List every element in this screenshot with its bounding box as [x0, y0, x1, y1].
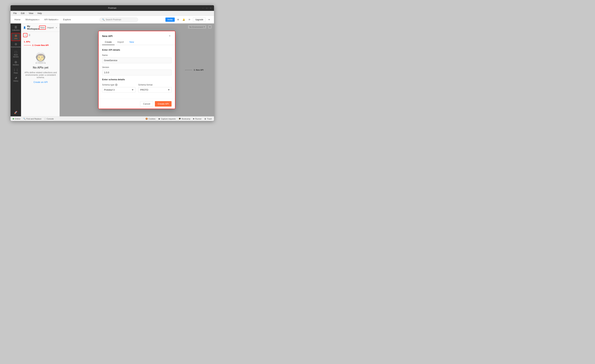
sidebar-item-history[interactable]: ↺ History [11, 76, 20, 83]
sidebar-item-flows[interactable]: ⋮⋮ Flows [11, 68, 20, 75]
menu-file[interactable]: File [13, 12, 17, 15]
status-right: 🍪 Cookies ⏺ Capture requests 🎓 Bootcamp … [145, 118, 212, 120]
name-input[interactable] [102, 57, 171, 63]
sidebar-item-mock-servers[interactable]: ⬚ Mock Servers [11, 50, 20, 59]
bootcamp-button[interactable]: 🎓 Bootcamp [178, 118, 191, 120]
capture-button[interactable]: ⏺ Capture requests [158, 118, 176, 120]
modal-body: Enter API details Name Version Enter sch… [99, 45, 175, 99]
step1-annotation: 1. APIs [24, 41, 57, 43]
sidebar-item-flows-label: Flows [14, 72, 18, 74]
bootcamp-label: Bootcamp [182, 118, 191, 120]
nav-explore[interactable]: Explore [62, 18, 72, 21]
find-replace-button[interactable]: 🔍 Find and Replace [23, 118, 41, 120]
version-input[interactable] [102, 69, 171, 75]
sidebar-item-collections[interactable]: ☰ Collections [11, 25, 20, 32]
sidebar-item-apis[interactable]: ⊞ APIs [11, 33, 20, 41]
no-apis-description: APIs define related collections and envi… [24, 71, 57, 79]
close-button[interactable]: × [209, 7, 212, 9]
step2-annotation: 2. Create New API [32, 44, 49, 46]
modal-overlay: New API × Create Import New Enter API de… [60, 23, 214, 116]
cancel-button[interactable]: Cancel [140, 101, 153, 107]
tab-new[interactable]: New [127, 39, 137, 45]
console-button[interactable]: ⬚ Console [44, 118, 54, 120]
workspace-panel: 👤 My Workspace New Import + ··· + ☰ [21, 23, 60, 116]
version-field-group: Version [102, 66, 171, 75]
list-icon: ☰ [28, 34, 30, 36]
create-api-button[interactable]: Create API [155, 101, 171, 107]
sync-icon[interactable]: ⟳ [187, 18, 191, 22]
import-button[interactable]: Import [46, 26, 54, 29]
online-label: Online [15, 118, 20, 120]
collections-icon: ☰ [14, 26, 17, 29]
schema-type-select[interactable]: Protobuf 3 OpenAPI 3.0 OpenAPI 2.0 Graph… [102, 87, 135, 93]
cookies-icon: 🍪 [145, 118, 148, 120]
minimize-button[interactable]: − [202, 7, 204, 9]
modal-title: New API [102, 34, 113, 37]
notification-icon[interactable]: 🔔 [182, 18, 186, 22]
trash-icon: 🗑 [204, 118, 206, 120]
console-icon: ⬚ [44, 118, 46, 120]
trash-button[interactable]: 🗑 Trash [204, 118, 212, 120]
sidebar-item-rocket[interactable]: 🚀 [11, 110, 20, 115]
capture-label: Capture requests [161, 118, 176, 120]
find-replace-label: Find and Replace [26, 118, 41, 120]
find-replace-icon: 🔍 [23, 118, 26, 120]
sidebar-item-collections-label: Collections [12, 29, 20, 31]
name-field-group: Name [102, 54, 171, 63]
nav-home[interactable]: Home [13, 18, 21, 21]
workspace-name: My Workspace [27, 25, 39, 30]
online-status[interactable]: Online [13, 118, 20, 120]
upgrade-button[interactable]: Upgrade [193, 17, 205, 22]
sidebar-item-apis-label: APIs [14, 38, 17, 40]
chevron-down-icon[interactable]: ▾ [207, 18, 211, 22]
bootcamp-icon: 🎓 [178, 118, 181, 120]
cookies-button[interactable]: 🍪 Cookies [145, 118, 156, 120]
sidebar: ☰ Collections ⊞ APIs ⊙ Environments ⬚ Mo… [11, 23, 21, 116]
modal-close-button[interactable]: × [168, 34, 171, 38]
sidebar-item-environments[interactable]: ⊙ Environments [11, 42, 20, 49]
toolbar: Home Workspaces API Network Explore 🔍 Se… [11, 16, 214, 23]
search-box[interactable]: 🔍 Search Postman [99, 18, 138, 22]
status-bar: Online 🔍 Find and Replace ⬚ Console 🍪 Co… [11, 116, 214, 121]
environments-icon: ⊙ [15, 43, 17, 46]
add-icon[interactable]: + [55, 26, 58, 29]
schema-details-group: Enter schema details Schema type i Proto… [102, 78, 171, 93]
menu-view[interactable]: View [28, 12, 34, 15]
schema-row: Schema type i Protobuf 3 OpenAPI 3.0 Ope… [102, 84, 171, 93]
schema-type-col: Schema type i Protobuf 3 OpenAPI 3.0 Ope… [102, 84, 135, 93]
runner-button[interactable]: ▶ Runner [193, 118, 202, 120]
astronaut-icon: 👨‍🚀 [34, 52, 47, 64]
tab-create[interactable]: Create [102, 39, 114, 45]
title-bar: Postman − □ × [11, 5, 214, 11]
schema-format-select[interactable]: PROTO YAML JSON [138, 87, 171, 93]
modal-tabs: Create Import New [99, 38, 175, 45]
settings-icon[interactable]: ⚙ [176, 18, 180, 22]
workspace-annotation: + ☰ 1. APIs → 2. Create New API 👨 [21, 32, 59, 85]
sidebar-item-monitors[interactable]: ◎ Monitors [11, 60, 20, 67]
menu-help[interactable]: Help [37, 12, 43, 15]
new-api-modal: New API × Create Import New Enter API de… [98, 31, 175, 109]
no-apis-title: No APIs yet [33, 66, 48, 69]
menu-edit[interactable]: Edit [20, 12, 25, 15]
tab-import[interactable]: Import [114, 39, 127, 45]
version-label: Version [102, 66, 171, 69]
apis-icon: ⊞ [15, 34, 17, 37]
plus-icon: + [25, 34, 26, 36]
add-collection-row: + ☰ [23, 33, 57, 37]
create-api-link[interactable]: Create an API [34, 81, 48, 83]
new-button[interactable]: New [39, 26, 46, 30]
modal-header: New API × [99, 31, 175, 38]
workspace-actions: New Import + ··· [39, 26, 62, 30]
annotations-area: 1. APIs → 2. Create New API 👨‍🚀 No APIs … [23, 41, 57, 83]
sidebar-item-mock-servers-label: Mock Servers [12, 54, 20, 58]
history-icon: ↺ [15, 77, 17, 80]
invite-button[interactable]: Invite [165, 18, 175, 22]
nav-api-network[interactable]: API Network [43, 18, 59, 21]
window-controls: − □ × [202, 7, 212, 9]
maximize-button[interactable]: □ [205, 7, 208, 9]
menu-bar: File Edit View Help [11, 11, 214, 16]
search-placeholder: Search Postman [106, 18, 121, 21]
nav-workspaces[interactable]: Workspaces [24, 18, 40, 21]
add-collection-button[interactable]: + [23, 33, 27, 37]
app-window: Postman − □ × File Edit View Help Home W… [11, 5, 214, 121]
